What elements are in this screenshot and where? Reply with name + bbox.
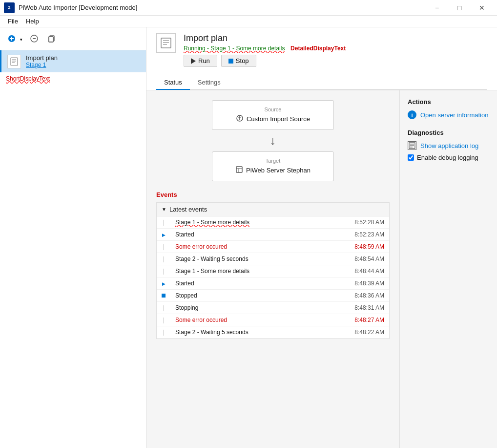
chevron-down-icon: ▼ [162,207,166,212]
content-header-status-line: Running - Stage 1 - Some more details De… [184,44,487,52]
event-text: Some error occured [170,314,319,326]
events-title: Events [156,191,390,198]
show-app-log-action[interactable]: Show application log [408,141,489,150]
event-text: Stopping [170,302,319,314]
run-button[interactable]: Run [184,55,217,67]
svg-rect-19 [236,167,242,172]
event-time: 8:48:54 AM [319,253,389,265]
actions-title: Actions [408,98,489,106]
sidebar-item-info: Import plan Stage 1 [26,54,58,68]
sidebar-item-stage[interactable]: Stage 1 [26,62,58,68]
event-text: Started [170,229,319,241]
table-row: │Stage 2 - Waiting 5 seconds8:48:54 AM [157,253,389,265]
short-display-text: ShortDisplayText [0,72,146,85]
event-indicator: │ [157,241,170,253]
table-row: │Stopping8:48:31 AM [157,302,389,314]
content-detail-text: DetailedDisplayText [290,45,346,52]
source-label: Source [265,107,282,112]
table-row: │Some error occured8:48:59 AM [157,241,389,253]
stop-label: Stop [236,57,249,64]
event-time: 8:48:44 AM [319,265,389,277]
maximize-button[interactable]: □ [448,0,471,16]
content-body: Source Custom Import Source [146,90,497,448]
chevron-down-icon: ▾ [20,37,22,42]
open-server-info-label: Open server information [420,111,488,119]
event-time: 8:48:59 AM [319,241,389,253]
title-bar-controls: − □ ✕ [426,0,493,16]
document-icon [10,57,19,66]
title-bar-left: Z PiWeb Auto Importer [Development mode] [4,2,137,13]
event-time: 8:52:23 AM [319,229,389,241]
right-sidebar: Actions i Open server information Diagno… [399,90,497,448]
events-group-header[interactable]: ▼ Latest events [157,203,389,216]
event-time: 8:48:22 AM [319,326,389,339]
svg-rect-6 [49,37,53,42]
add-dropdown-button[interactable]: ▾ [19,33,24,44]
run-triangle-icon [191,58,196,64]
remove-button[interactable] [27,31,41,46]
event-indicator: │ [157,265,170,277]
source-box: Source Custom Import Source [212,100,334,130]
flow-diagram: Source Custom Import Source [156,100,390,181]
stop-square-icon [228,59,233,64]
event-time: 8:48:27 AM [319,314,389,326]
stop-button[interactable]: Stop [221,55,256,67]
run-label: Run [198,57,210,64]
tab-settings[interactable]: Settings [190,76,228,90]
source-value: Custom Import Source [236,114,310,124]
sidebar-item-name: Import plan [26,54,58,62]
event-indicator: ▶ [157,229,170,241]
svg-rect-12 [161,38,171,48]
flow-arrow: ↓ [270,134,276,148]
events-table: │Stage 1 - Some more details8:52:28 AM▶S… [157,216,389,339]
table-row: Stopped8:48:36 AM [157,290,389,302]
close-button[interactable]: ✕ [471,0,493,16]
db-icon [235,166,243,175]
open-server-info-action[interactable]: i Open server information [408,110,489,119]
event-time: 8:48:31 AM [319,302,389,314]
add-button[interactable] [5,33,19,44]
event-time: 8:48:39 AM [319,277,389,290]
sidebar: ▾ [0,27,146,448]
sidebar-item-import-plan[interactable]: Import plan Stage 1 [0,50,146,72]
enable-debug-logging-item[interactable]: Enable debug logging [408,154,489,161]
table-row: │Stage 1 - Some more details8:48:44 AM [157,265,389,277]
target-name: PiWeb Server Stephan [246,167,311,174]
debug-logging-checkbox[interactable] [408,154,414,161]
copy-button[interactable] [44,31,59,46]
app-logo: Z [4,2,15,13]
content-header-buttons: Run Stop [184,55,487,67]
content-title: Import plan [184,33,487,43]
menu-file[interactable]: File [4,17,22,26]
debug-logging-label: Enable debug logging [417,154,478,161]
copy-icon [48,35,56,43]
main-layout: ▾ [0,27,497,448]
table-row: │Stage 2 - Waiting 5 seconds8:48:22 AM [157,326,389,339]
remove-icon [30,35,38,43]
content-main: Source Custom Import Source [146,90,399,448]
svg-rect-8 [11,58,18,65]
event-time: 8:48:36 AM [319,290,389,302]
menu-help[interactable]: Help [22,17,43,26]
content-header-icon [156,33,176,53]
event-indicator: │ [157,302,170,314]
events-group-label: Latest events [169,206,207,213]
table-row: │Some error occured8:48:27 AM [157,314,389,326]
event-indicator: │ [157,253,170,265]
event-text: Stopped [170,290,319,302]
sidebar-toolbar: ▾ [0,27,146,50]
event-indicator: │ [157,216,170,229]
log-icon [408,141,416,150]
event-text: Stage 2 - Waiting 5 seconds [170,326,319,339]
event-text: Stage 2 - Waiting 5 seconds [170,253,319,265]
content-header-top: Import plan Running - Stage 1 - Some mor… [156,33,487,72]
minimize-button[interactable]: − [426,0,448,16]
table-row: │Stage 1 - Some more details8:52:28 AM [157,216,389,229]
event-indicator [157,290,170,302]
tab-status[interactable]: Status [156,76,190,90]
source-name: Custom Import Source [247,115,310,123]
events-section: Events ▼ Latest events │Stage 1 - Some m… [156,191,390,339]
plus-icon [8,35,16,43]
show-app-log-label: Show application log [420,142,478,149]
event-indicator: │ [157,314,170,326]
